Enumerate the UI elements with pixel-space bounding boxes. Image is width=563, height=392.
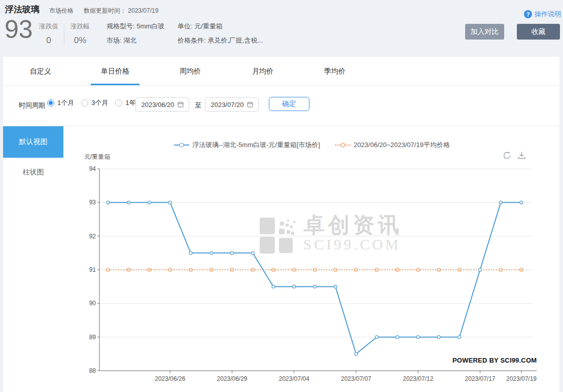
radio-3-month[interactable]: 3个月 xyxy=(81,98,108,108)
chart-legend: 浮法玻璃--湖北-5mm白玻-元/重量箱[市场价] 2023/06/20~202… xyxy=(76,140,548,150)
download-icon[interactable] xyxy=(517,151,526,160)
market-label: 市场: 湖北 xyxy=(107,36,136,45)
update-time-value: 2023/07/19 xyxy=(128,7,158,14)
change-pct-block: 涨跌幅 0% xyxy=(67,22,93,46)
svg-text:2023/06/26: 2023/06/26 xyxy=(155,375,185,382)
update-time: 数据更新时间： 2023/07/19 xyxy=(84,7,158,15)
tab-bar xyxy=(3,57,559,86)
tab-monthly-avg[interactable]: 月均价 xyxy=(252,57,273,85)
spec-label: 规格型号: 5mm白玻 xyxy=(107,22,164,31)
confirm-button[interactable]: 确定 xyxy=(269,97,309,111)
unit-label: 单位: 元/重量箱 xyxy=(178,22,223,31)
change-pct-label: 涨跌幅 xyxy=(67,22,93,31)
condition-label: 价格条件: 承兑价,厂提,含税... xyxy=(178,36,263,45)
period-label: 时间周期 xyxy=(19,101,45,110)
sidebar-item-default-view[interactable]: 默认视图 xyxy=(3,126,63,158)
tab-weekly-avg[interactable]: 周均价 xyxy=(180,57,201,85)
legend-line-icon xyxy=(174,143,189,147)
question-icon: ? xyxy=(524,10,532,18)
svg-text:91: 91 xyxy=(89,266,96,273)
change-value: 0 xyxy=(36,35,62,46)
change-value-block: 涨跌值 0 xyxy=(36,22,62,46)
svg-text:88: 88 xyxy=(89,367,96,374)
calendar-icon xyxy=(247,101,253,108)
svg-text:92: 92 xyxy=(89,233,96,240)
svg-text:93: 93 xyxy=(89,199,96,206)
divider xyxy=(64,24,64,44)
svg-text:90: 90 xyxy=(89,300,96,307)
legend-label: 2023/06/20~2023/07/19平均价格 xyxy=(354,140,450,150)
svg-text:89: 89 xyxy=(89,334,96,341)
powered-by-label: POWERED BY SCI99.COM xyxy=(452,357,537,364)
help-label: 操作说明 xyxy=(535,10,561,19)
help-link[interactable]: ? 操作说明 xyxy=(524,10,561,19)
svg-text:2023/07/17: 2023/07/17 xyxy=(465,375,495,382)
radio-icon xyxy=(81,99,88,106)
svg-text:2023/07/07: 2023/07/07 xyxy=(341,375,371,382)
legend-item-average-series[interactable]: 2023/06/20~2023/07/19平均价格 xyxy=(335,140,450,150)
page-title: 浮法玻璃 xyxy=(5,4,40,15)
legend-item-price-series[interactable]: 浮法玻璃--湖北-5mm白玻-元/重量箱[市场价] xyxy=(174,140,320,150)
chart-toolbar xyxy=(502,151,526,160)
start-date-input[interactable]: 2023/06/20 xyxy=(135,97,189,112)
sidebar-item-bar-chart[interactable]: 柱状图 xyxy=(3,168,63,177)
tab-custom[interactable]: 自定义 xyxy=(30,57,51,85)
svg-text:94: 94 xyxy=(89,165,96,172)
period-radio-group: 1个月 3个月 1年 xyxy=(47,98,136,108)
add-compare-button[interactable]: 加入对比 xyxy=(465,24,504,40)
app-window: 浮法玻璃 市场价格 数据更新时间： 2023/07/19 93 涨跌值 0 涨跌… xyxy=(0,0,563,392)
update-time-label: 数据更新时间： xyxy=(84,7,126,14)
radio-1-year[interactable]: 1年 xyxy=(115,98,135,108)
change-pct: 0% xyxy=(67,35,93,46)
tab-quarter-avg[interactable]: 季均价 xyxy=(324,57,345,85)
active-tab-underline xyxy=(91,84,139,85)
end-date-input[interactable]: 2023/07/20 xyxy=(205,97,259,112)
current-price: 93 xyxy=(5,17,33,42)
svg-text:2023/06/29: 2023/06/29 xyxy=(217,375,247,382)
radio-icon xyxy=(47,99,54,106)
legend-line-icon xyxy=(335,143,350,147)
radio-icon xyxy=(115,99,122,106)
change-value-label: 涨跌值 xyxy=(36,22,62,31)
svg-text:2023/07/19: 2023/07/19 xyxy=(506,375,537,382)
refresh-icon[interactable] xyxy=(502,151,512,160)
market-price-label: 市场价格 xyxy=(49,7,74,15)
radio-1-month[interactable]: 1个月 xyxy=(47,98,74,108)
svg-text:2023/07/04: 2023/07/04 xyxy=(279,375,309,382)
calendar-icon xyxy=(178,101,184,108)
svg-text:2023/07/12: 2023/07/12 xyxy=(403,375,433,382)
y-axis-unit-label: 元/重量箱 xyxy=(84,153,110,161)
tab-daily-price[interactable]: 单日价格 xyxy=(101,57,129,85)
favorite-button[interactable]: 收藏 xyxy=(517,24,560,40)
date-to-label: 至 xyxy=(195,101,201,110)
legend-label: 浮法玻璃--湖北-5mm白玻-元/重量箱[市场价] xyxy=(192,140,320,150)
